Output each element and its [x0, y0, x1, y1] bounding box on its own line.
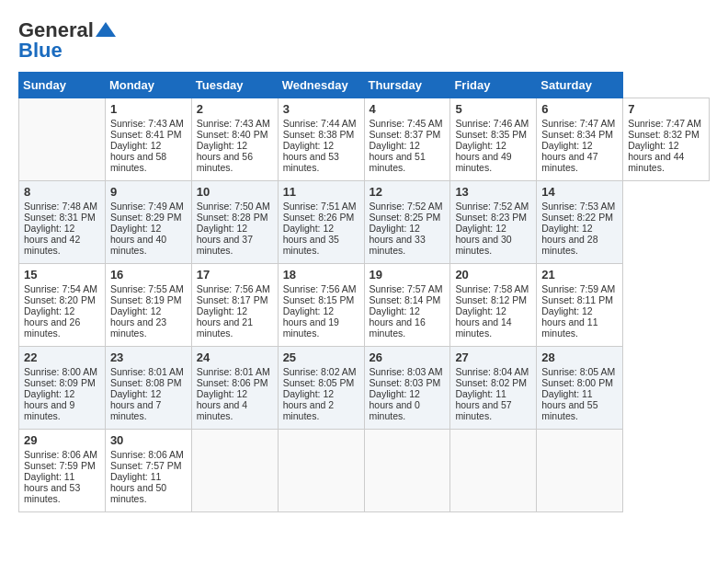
- sunrise-text: Sunrise: 7:59 AM: [541, 283, 618, 294]
- sunrise-text: Sunrise: 7:56 AM: [197, 283, 273, 294]
- calendar-cell: 30Sunrise: 8:06 AMSunset: 7:57 PMDayligh…: [105, 430, 191, 512]
- sunset-text: Sunset: 8:15 PM: [283, 294, 359, 305]
- sunset-text: Sunset: 8:31 PM: [24, 212, 100, 223]
- daylight-text: Daylight: 11 hours and 57 minutes.: [455, 388, 531, 421]
- sunrise-text: Sunrise: 8:01 AM: [110, 366, 187, 377]
- sunrise-text: Sunrise: 7:45 AM: [370, 118, 446, 129]
- sunrise-text: Sunrise: 8:06 AM: [110, 449, 187, 460]
- day-number: 5: [455, 102, 531, 116]
- calendar-cell: 19Sunrise: 7:57 AMSunset: 8:14 PMDayligh…: [364, 264, 450, 347]
- daylight-text: Daylight: 12 hours and 58 minutes.: [110, 140, 187, 173]
- calendar-cell: 27Sunrise: 8:04 AMSunset: 8:02 PMDayligh…: [450, 347, 537, 430]
- day-number: 7: [628, 102, 704, 116]
- logo-blue-text: Blue: [18, 39, 63, 63]
- daylight-text: Daylight: 12 hours and 11 minutes.: [541, 305, 618, 339]
- day-number: 10: [197, 185, 273, 199]
- day-number: 30: [110, 433, 187, 447]
- sunrise-text: Sunrise: 7:55 AM: [110, 283, 187, 294]
- day-number: 28: [541, 350, 618, 364]
- sunset-text: Sunset: 8:00 PM: [541, 377, 618, 388]
- sunset-text: Sunset: 7:57 PM: [110, 460, 187, 471]
- calendar-cell: 12Sunrise: 7:52 AMSunset: 8:25 PMDayligh…: [364, 181, 450, 264]
- sunrise-text: Sunrise: 7:48 AM: [24, 201, 100, 212]
- sunset-text: Sunset: 8:25 PM: [370, 212, 446, 223]
- calendar-cell: 18Sunrise: 7:56 AMSunset: 8:15 PMDayligh…: [278, 264, 364, 347]
- daylight-text: Daylight: 12 hours and 37 minutes.: [197, 223, 273, 256]
- sunset-text: Sunset: 8:11 PM: [541, 294, 618, 305]
- calendar-cell: 23Sunrise: 8:01 AMSunset: 8:08 PMDayligh…: [105, 347, 191, 430]
- calendar-cell: [19, 98, 106, 181]
- calendar-cell: [191, 430, 278, 512]
- sunrise-text: Sunrise: 7:53 AM: [541, 201, 618, 212]
- daylight-text: Daylight: 12 hours and 9 minutes.: [24, 388, 100, 421]
- day-number: 23: [110, 350, 187, 364]
- calendar-cell: 16Sunrise: 7:55 AMSunset: 8:19 PMDayligh…: [105, 264, 191, 347]
- calendar-cell: 11Sunrise: 7:51 AMSunset: 8:26 PMDayligh…: [278, 181, 364, 264]
- calendar-cell: 1Sunrise: 7:43 AMSunset: 8:41 PMDaylight…: [105, 98, 191, 181]
- sunrise-text: Sunrise: 8:06 AM: [24, 449, 100, 460]
- sunrise-text: Sunrise: 7:47 AM: [628, 118, 704, 129]
- daylight-text: Daylight: 12 hours and 2 minutes.: [283, 388, 359, 421]
- calendar-cell: 7Sunrise: 7:47 AMSunset: 8:32 PMDaylight…: [623, 98, 710, 181]
- daylight-text: Daylight: 12 hours and 4 minutes.: [197, 388, 273, 421]
- weekday-header-tuesday: Tuesday: [191, 73, 278, 98]
- day-number: 27: [455, 350, 531, 364]
- sunrise-text: Sunrise: 7:52 AM: [455, 201, 531, 212]
- day-number: 26: [370, 350, 446, 364]
- day-number: 18: [283, 268, 359, 282]
- sunrise-text: Sunrise: 7:43 AM: [110, 118, 187, 129]
- sunset-text: Sunset: 8:06 PM: [197, 377, 273, 388]
- day-number: 9: [110, 185, 187, 199]
- calendar-week-2: 8Sunrise: 7:48 AMSunset: 8:31 PMDaylight…: [19, 181, 710, 264]
- day-number: 19: [370, 268, 446, 282]
- calendar-cell: 10Sunrise: 7:50 AMSunset: 8:28 PMDayligh…: [191, 181, 278, 264]
- daylight-text: Daylight: 11 hours and 50 minutes.: [110, 471, 187, 504]
- calendar-cell: 26Sunrise: 8:03 AMSunset: 8:03 PMDayligh…: [364, 347, 450, 430]
- day-number: 16: [110, 268, 187, 282]
- calendar-cell: 8Sunrise: 7:48 AMSunset: 8:31 PMDaylight…: [19, 181, 106, 264]
- calendar-cell: 22Sunrise: 8:00 AMSunset: 8:09 PMDayligh…: [19, 347, 106, 430]
- day-number: 29: [24, 433, 100, 447]
- calendar-cell: 29Sunrise: 8:06 AMSunset: 7:59 PMDayligh…: [19, 430, 106, 512]
- weekday-header-monday: Monday: [105, 73, 191, 98]
- daylight-text: Daylight: 11 hours and 53 minutes.: [24, 471, 100, 504]
- sunset-text: Sunset: 8:17 PM: [197, 294, 273, 305]
- sunset-text: Sunset: 8:26 PM: [283, 212, 359, 223]
- calendar-cell: 21Sunrise: 7:59 AMSunset: 8:11 PMDayligh…: [537, 264, 623, 347]
- daylight-text: Daylight: 12 hours and 56 minutes.: [197, 140, 273, 173]
- calendar-cell: 25Sunrise: 8:02 AMSunset: 8:05 PMDayligh…: [278, 347, 364, 430]
- sunrise-text: Sunrise: 7:51 AM: [283, 201, 359, 212]
- weekday-header-sunday: Sunday: [19, 73, 106, 98]
- day-number: 3: [283, 102, 359, 116]
- sunset-text: Sunset: 8:37 PM: [370, 129, 446, 140]
- daylight-text: Daylight: 12 hours and 0 minutes.: [370, 388, 446, 421]
- day-number: 24: [197, 350, 273, 364]
- sunset-text: Sunset: 8:34 PM: [541, 129, 618, 140]
- sunrise-text: Sunrise: 7:52 AM: [370, 201, 446, 212]
- daylight-text: Daylight: 12 hours and 28 minutes.: [541, 223, 618, 256]
- daylight-text: Daylight: 12 hours and 21 minutes.: [197, 305, 273, 339]
- calendar-cell: 17Sunrise: 7:56 AMSunset: 8:17 PMDayligh…: [191, 264, 278, 347]
- sunrise-text: Sunrise: 7:43 AM: [197, 118, 273, 129]
- daylight-text: Daylight: 11 hours and 55 minutes.: [541, 388, 618, 421]
- calendar-cell: 28Sunrise: 8:05 AMSunset: 8:00 PMDayligh…: [537, 347, 623, 430]
- sunrise-text: Sunrise: 7:50 AM: [197, 201, 273, 212]
- sunrise-text: Sunrise: 8:01 AM: [197, 366, 273, 377]
- sunrise-text: Sunrise: 8:04 AM: [455, 366, 531, 377]
- calendar-cell: [450, 430, 537, 512]
- sunset-text: Sunset: 8:05 PM: [283, 377, 359, 388]
- calendar-cell: 2Sunrise: 7:43 AMSunset: 8:40 PMDaylight…: [191, 98, 278, 181]
- sunrise-text: Sunrise: 7:44 AM: [283, 118, 359, 129]
- sunset-text: Sunset: 8:41 PM: [110, 129, 187, 140]
- sunset-text: Sunset: 8:02 PM: [455, 377, 531, 388]
- calendar-cell: 5Sunrise: 7:46 AMSunset: 8:35 PMDaylight…: [450, 98, 537, 181]
- weekday-header-wednesday: Wednesday: [278, 73, 364, 98]
- daylight-text: Daylight: 12 hours and 33 minutes.: [370, 223, 446, 256]
- sunrise-text: Sunrise: 7:58 AM: [455, 283, 531, 294]
- sunset-text: Sunset: 8:14 PM: [370, 294, 446, 305]
- sunrise-text: Sunrise: 8:00 AM: [24, 366, 100, 377]
- daylight-text: Daylight: 12 hours and 16 minutes.: [370, 305, 446, 339]
- day-number: 14: [541, 185, 618, 199]
- logo-icon: [96, 22, 116, 37]
- daylight-text: Daylight: 12 hours and 40 minutes.: [110, 223, 187, 256]
